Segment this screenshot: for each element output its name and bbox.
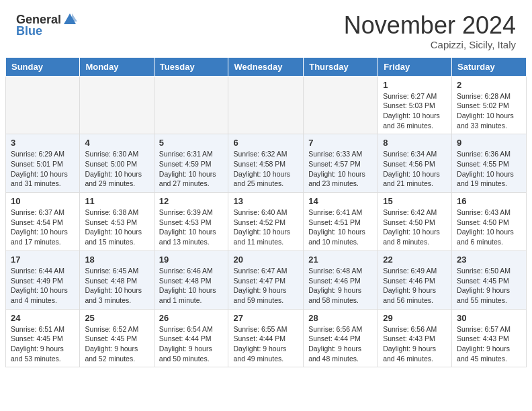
day-info: Sunrise: 6:31 AMSunset: 4:59 PMDaylight:… — [159, 149, 224, 189]
day-number: 2 — [457, 80, 521, 90]
day-number: 13 — [233, 196, 298, 206]
day-number: 30 — [457, 313, 521, 323]
calendar-cell — [304, 76, 378, 134]
day-number: 9 — [457, 138, 521, 148]
calendar-header-row: SundayMondayTuesdayWednesdayThursdayFrid… — [6, 57, 527, 76]
day-info: Sunrise: 6:27 AMSunset: 5:03 PMDaylight:… — [383, 91, 447, 131]
calendar-cell: 4Sunrise: 6:30 AMSunset: 5:00 PMDaylight… — [80, 134, 154, 193]
calendar-cell: 10Sunrise: 6:37 AMSunset: 4:54 PMDayligh… — [6, 193, 80, 251]
day-info: Sunrise: 6:56 AMSunset: 4:43 PMDaylight:… — [383, 324, 447, 364]
calendar-cell: 2Sunrise: 6:28 AMSunset: 5:02 PMDaylight… — [452, 76, 527, 134]
calendar-cell: 19Sunrise: 6:46 AMSunset: 4:48 PMDayligh… — [154, 250, 228, 309]
day-info: Sunrise: 6:49 AMSunset: 4:46 PMDaylight:… — [383, 266, 447, 306]
month-title: November 2024 — [344, 12, 516, 39]
calendar-cell: 17Sunrise: 6:44 AMSunset: 4:49 PMDayligh… — [6, 250, 80, 309]
day-info: Sunrise: 6:29 AMSunset: 5:01 PMDaylight:… — [11, 149, 75, 189]
calendar-cell: 30Sunrise: 6:57 AMSunset: 4:43 PMDayligh… — [452, 309, 527, 367]
day-number: 24 — [11, 313, 75, 323]
day-number: 14 — [308, 196, 373, 206]
calendar-cell: 3Sunrise: 6:29 AMSunset: 5:01 PMDaylight… — [6, 134, 80, 193]
day-info: Sunrise: 6:47 AMSunset: 4:47 PMDaylight:… — [233, 266, 298, 306]
day-info: Sunrise: 6:40 AMSunset: 4:52 PMDaylight:… — [233, 208, 298, 247]
title-block: November 2024 Capizzi, Sicily, Italy — [344, 12, 516, 50]
day-number: 26 — [159, 313, 224, 323]
day-info: Sunrise: 6:48 AMSunset: 4:46 PMDaylight:… — [308, 266, 373, 306]
subtitle: Capizzi, Sicily, Italy — [344, 39, 516, 50]
calendar-cell: 26Sunrise: 6:54 AMSunset: 4:44 PMDayligh… — [154, 309, 228, 367]
day-number: 4 — [85, 138, 148, 148]
day-number: 25 — [85, 313, 148, 323]
day-info: Sunrise: 6:56 AMSunset: 4:44 PMDaylight:… — [308, 324, 373, 364]
calendar-cell: 7Sunrise: 6:33 AMSunset: 4:57 PMDaylight… — [304, 134, 378, 193]
day-number: 21 — [308, 255, 373, 265]
day-info: Sunrise: 6:34 AMSunset: 4:56 PMDaylight:… — [383, 149, 447, 189]
day-number: 20 — [233, 255, 298, 265]
col-header-thursday: Thursday — [304, 57, 378, 76]
calendar-cell: 21Sunrise: 6:48 AMSunset: 4:46 PMDayligh… — [304, 250, 378, 309]
logo-icon — [62, 12, 77, 27]
calendar-week-5: 24Sunrise: 6:51 AMSunset: 4:45 PMDayligh… — [6, 309, 527, 367]
calendar-cell — [228, 76, 304, 134]
calendar-week-3: 10Sunrise: 6:37 AMSunset: 4:54 PMDayligh… — [6, 193, 527, 251]
calendar-cell: 1Sunrise: 6:27 AMSunset: 5:03 PMDaylight… — [378, 76, 452, 134]
day-number: 18 — [85, 255, 148, 265]
day-number: 12 — [159, 196, 224, 206]
day-info: Sunrise: 6:37 AMSunset: 4:54 PMDaylight:… — [11, 208, 75, 247]
day-number: 29 — [383, 313, 447, 323]
day-info: Sunrise: 6:36 AMSunset: 4:55 PMDaylight:… — [457, 149, 521, 189]
day-info: Sunrise: 6:55 AMSunset: 4:44 PMDaylight:… — [233, 324, 298, 364]
calendar-cell: 13Sunrise: 6:40 AMSunset: 4:52 PMDayligh… — [228, 193, 304, 251]
calendar-cell: 27Sunrise: 6:55 AMSunset: 4:44 PMDayligh… — [228, 309, 304, 367]
day-number: 3 — [11, 138, 75, 148]
calendar-cell: 11Sunrise: 6:38 AMSunset: 4:53 PMDayligh… — [80, 193, 154, 251]
day-info: Sunrise: 6:46 AMSunset: 4:48 PMDaylight:… — [159, 266, 224, 306]
day-number: 28 — [308, 313, 373, 323]
calendar-cell — [6, 76, 80, 134]
day-number: 16 — [457, 196, 521, 206]
calendar-cell: 29Sunrise: 6:56 AMSunset: 4:43 PMDayligh… — [378, 309, 452, 367]
day-info: Sunrise: 6:52 AMSunset: 4:45 PMDaylight:… — [85, 324, 148, 364]
day-info: Sunrise: 6:32 AMSunset: 4:58 PMDaylight:… — [233, 149, 298, 189]
calendar-cell: 14Sunrise: 6:41 AMSunset: 4:51 PMDayligh… — [304, 193, 378, 251]
calendar-week-1: 1Sunrise: 6:27 AMSunset: 5:03 PMDaylight… — [6, 76, 527, 134]
svg-marker-1 — [72, 13, 77, 21]
page-header: General Blue November 2024 Capizzi, Sici… — [0, 0, 532, 57]
day-number: 11 — [85, 196, 148, 206]
day-info: Sunrise: 6:54 AMSunset: 4:44 PMDaylight:… — [159, 324, 224, 364]
calendar-week-2: 3Sunrise: 6:29 AMSunset: 5:01 PMDaylight… — [6, 134, 527, 193]
calendar-cell: 16Sunrise: 6:43 AMSunset: 4:50 PMDayligh… — [452, 193, 527, 251]
calendar-cell — [154, 76, 228, 134]
calendar-week-4: 17Sunrise: 6:44 AMSunset: 4:49 PMDayligh… — [6, 250, 527, 309]
day-number: 10 — [11, 196, 75, 206]
col-header-sunday: Sunday — [6, 57, 80, 76]
calendar-cell: 12Sunrise: 6:39 AMSunset: 4:53 PMDayligh… — [154, 193, 228, 251]
logo: General Blue — [16, 12, 79, 38]
day-info: Sunrise: 6:51 AMSunset: 4:45 PMDaylight:… — [11, 324, 75, 364]
day-info: Sunrise: 6:50 AMSunset: 4:45 PMDaylight:… — [457, 266, 521, 306]
day-number: 5 — [159, 138, 224, 148]
col-header-tuesday: Tuesday — [154, 57, 228, 76]
day-info: Sunrise: 6:28 AMSunset: 5:02 PMDaylight:… — [457, 91, 521, 131]
calendar-cell: 5Sunrise: 6:31 AMSunset: 4:59 PMDaylight… — [154, 134, 228, 193]
calendar-cell: 22Sunrise: 6:49 AMSunset: 4:46 PMDayligh… — [378, 250, 452, 309]
calendar-cell: 20Sunrise: 6:47 AMSunset: 4:47 PMDayligh… — [228, 250, 304, 309]
col-header-friday: Friday — [378, 57, 452, 76]
col-header-saturday: Saturday — [452, 57, 527, 76]
day-info: Sunrise: 6:42 AMSunset: 4:50 PMDaylight:… — [383, 208, 447, 247]
day-info: Sunrise: 6:33 AMSunset: 4:57 PMDaylight:… — [308, 149, 373, 189]
calendar-wrap: SundayMondayTuesdayWednesdayThursdayFrid… — [0, 57, 532, 375]
col-header-monday: Monday — [80, 57, 154, 76]
calendar-cell: 8Sunrise: 6:34 AMSunset: 4:56 PMDaylight… — [378, 134, 452, 193]
day-number: 1 — [383, 80, 447, 90]
day-number: 23 — [457, 255, 521, 265]
calendar-table: SundayMondayTuesdayWednesdayThursdayFrid… — [5, 57, 527, 368]
day-info: Sunrise: 6:43 AMSunset: 4:50 PMDaylight:… — [457, 208, 521, 247]
calendar-cell: 24Sunrise: 6:51 AMSunset: 4:45 PMDayligh… — [6, 309, 80, 367]
day-number: 15 — [383, 196, 447, 206]
col-header-wednesday: Wednesday — [228, 57, 304, 76]
calendar-cell: 15Sunrise: 6:42 AMSunset: 4:50 PMDayligh… — [378, 193, 452, 251]
calendar-cell: 9Sunrise: 6:36 AMSunset: 4:55 PMDaylight… — [452, 134, 527, 193]
day-number: 19 — [159, 255, 224, 265]
day-info: Sunrise: 6:30 AMSunset: 5:00 PMDaylight:… — [85, 149, 148, 189]
day-info: Sunrise: 6:41 AMSunset: 4:51 PMDaylight:… — [308, 208, 373, 247]
